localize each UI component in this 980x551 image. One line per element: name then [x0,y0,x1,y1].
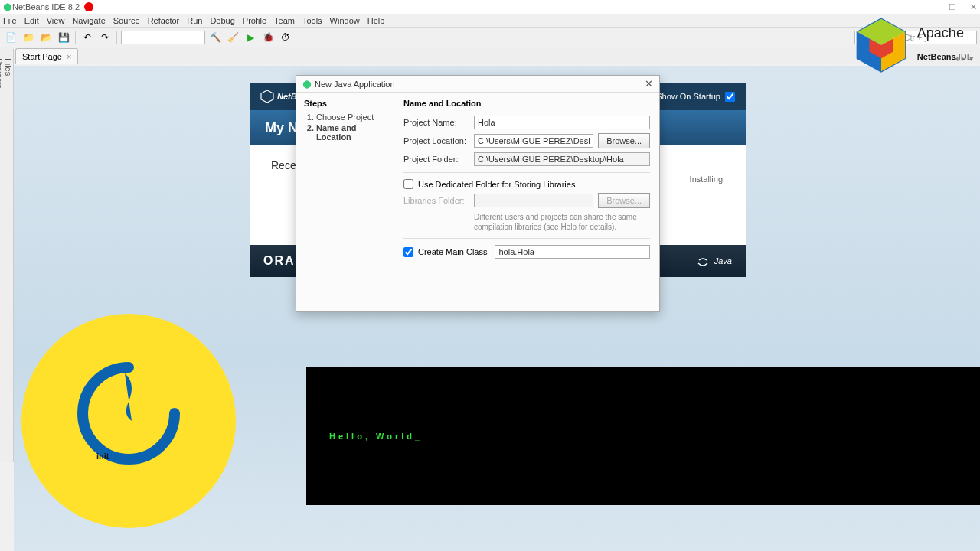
window-close-button[interactable]: ✕ [970,2,977,12]
svg-marker-2 [303,80,311,89]
rail-files[interactable]: Files [4,58,13,458]
show-on-startup-label: Show On Startup [656,92,720,101]
step-choose-project: Choose Project [316,112,386,122]
project-folder-input [474,152,650,166]
menu-file[interactable]: File [3,16,17,25]
window-titlebar: NetBeans IDE 8.2 — ☐ ✕ [0,0,980,14]
window-title: NetBeans IDE 8.2 [12,2,80,11]
build-button[interactable]: 🔨 [207,30,223,45]
java-text: Java [714,256,732,266]
window-maximize-button[interactable]: ☐ [949,2,956,12]
netbeans-icon [302,80,312,89]
project-location-label: Project Location: [403,136,469,145]
libraries-folder-input [474,194,593,207]
terminal-text: Hello, World_ [329,432,423,441]
menu-edit[interactable]: Edit [24,16,39,25]
svg-marker-1 [261,90,273,103]
tab-label: Start Page [22,52,62,61]
menu-debug[interactable]: Debug [210,16,234,25]
installing-text: Installing [690,174,723,184]
save-all-button[interactable]: 💾 [56,30,71,45]
browse-location-button[interactable]: Browse... [598,133,650,148]
rail-projects[interactable]: Projects [0,58,4,458]
libraries-hint: Different users and projects can share t… [474,212,650,232]
menu-source[interactable]: Source [113,16,140,25]
menu-window[interactable]: Window [330,16,360,25]
new-java-app-dialog: New Java Application ✕ Steps Choose Proj… [296,75,660,312]
dedicated-folder-label: Use Dedicated Folder for Storing Librari… [418,180,575,189]
steps-heading: Steps [304,99,386,108]
new-project-button[interactable]: 📁 [21,30,36,45]
undo-button[interactable]: ↶ [80,30,95,45]
tab-start-page[interactable]: Start Page × [15,48,78,64]
editor-tabbar: Start Page × ◂ ▸ ▾ [0,47,980,64]
dialog-title: New Java Application [315,80,395,89]
apache-text: Apache [917,25,972,41]
record-indicator-icon [84,2,93,11]
main-class-input[interactable] [495,245,650,259]
dialog-close-button[interactable]: ✕ [645,78,653,90]
create-main-class-label: Create Main Class [418,247,487,256]
clean-build-button[interactable]: 🧹 [225,30,240,45]
project-name-label: Project Name: [403,118,469,127]
step-name-location: Name and Location [316,123,386,142]
netbeans-text: NetBeans [917,52,956,61]
init-logo: init [21,314,236,528]
menu-navigate[interactable]: Navigate [72,16,105,25]
menu-help[interactable]: Help [368,16,385,25]
netbeans-icon [3,2,12,11]
menubar: File Edit View Navigate Source Refactor … [0,14,980,28]
dedicated-folder-checkbox[interactable] [403,179,413,189]
netbeans-cube-icon [851,15,911,75]
ide-text: IDE [956,52,972,61]
menu-view[interactable]: View [47,16,65,25]
show-on-startup-checkbox[interactable] [725,92,735,102]
project-location-input[interactable] [474,134,593,148]
init-icon: init [52,344,205,497]
config-selector[interactable] [121,31,205,44]
dialog-titlebar[interactable]: New Java Application ✕ [296,76,659,93]
project-name-input[interactable] [474,116,650,129]
toolbar-separator [75,31,76,44]
dialog-form-panel: Name and Location Project Name: Project … [394,93,659,311]
create-main-class-checkbox[interactable] [403,247,413,257]
window-minimize-button[interactable]: — [926,2,935,12]
dialog-steps-panel: Steps Choose Project Name and Location [296,93,394,311]
browse-libraries-button: Browse... [598,193,650,208]
java-logo: Java [696,253,732,269]
new-file-button[interactable]: 📄 [3,30,18,45]
toolbar-separator [116,31,117,44]
divider [403,172,650,173]
svg-marker-0 [4,3,11,11]
menu-refactor[interactable]: Refactor [148,16,180,25]
terminal-overlay: Hello, World_ [306,367,980,505]
divider [403,238,650,239]
menu-tools[interactable]: Tools [302,16,322,25]
init-text: init [96,452,109,461]
apache-netbeans-logo: Apache NetBeans IDE [851,15,972,75]
tab-close-icon[interactable]: × [67,52,71,61]
run-button[interactable]: ▶ [243,30,258,45]
toolbar: 📄 📁 📂 💾 ↶ ↷ 🔨 🧹 ▶ 🐞 ⏱ 🔍 Search (Ctrl+I) [0,28,980,47]
project-folder-label: Project Folder: [403,155,469,164]
side-rail: Files Projects Services [0,49,14,462]
java-cup-icon [696,253,710,269]
debug-button[interactable]: 🐞 [260,30,276,45]
profile-button[interactable]: ⏱ [278,30,293,45]
open-project-button[interactable]: 📂 [38,30,54,45]
netbeans-logo-icon [260,90,274,103]
section-heading: Name and Location [403,99,650,108]
menu-team[interactable]: Team [274,16,295,25]
show-on-startup[interactable]: Show On Startup [645,92,746,102]
menu-profile[interactable]: Profile [243,16,266,25]
libraries-folder-label: Libraries Folder: [403,196,469,205]
redo-button[interactable]: ↷ [97,30,113,45]
menu-run[interactable]: Run [187,16,202,25]
